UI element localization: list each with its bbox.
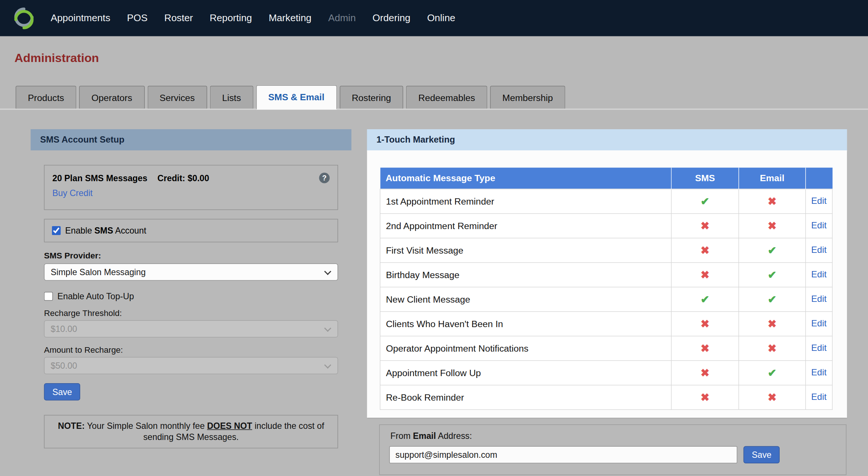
table-row: Re-Book Reminder Edit	[380, 385, 832, 410]
table-row: 2nd Appointment Reminder Edit	[380, 213, 832, 238]
email-status-icon	[768, 270, 777, 280]
marketing-table: Automatic Message Type SMS Email 1st App…	[380, 168, 833, 410]
message-type-label: Re-Book Reminder	[380, 385, 672, 410]
admin-tabbar: Products Operators Services Lists SMS & …	[0, 85, 868, 110]
chevron-down-icon	[324, 362, 331, 369]
message-type-label: 1st Appointment Reminder	[380, 189, 672, 213]
sms-status-icon	[701, 221, 709, 231]
sms-status-icon	[701, 246, 709, 255]
nav-pos[interactable]: POS	[127, 12, 147, 24]
email-status-icon	[768, 319, 777, 329]
email-status-icon	[768, 197, 777, 206]
edit-link[interactable]: Edit	[811, 196, 826, 206]
col-header-email: Email	[739, 168, 806, 189]
from-email-input[interactable]	[389, 446, 738, 464]
tab-operators[interactable]: Operators	[79, 86, 144, 109]
sms-setup-save-button[interactable]: Save	[44, 383, 81, 401]
recharge-threshold-label: Recharge Threshold:	[44, 308, 338, 318]
nav-marketing[interactable]: Marketing	[269, 12, 311, 24]
recharge-threshold-value: $10.00	[51, 324, 77, 334]
nav-ordering[interactable]: Ordering	[372, 12, 410, 24]
sms-status-icon	[701, 295, 709, 304]
page-title: Administration	[14, 51, 99, 65]
col-header-message-type: Automatic Message Type	[380, 168, 672, 189]
sms-note-box: NOTE: Your Simple Salon monthly fee DOES…	[44, 415, 338, 449]
credit-box: 20 Plan SMS Messages Credit: $0.00 ? Buy…	[44, 165, 338, 210]
sms-status-icon	[701, 344, 709, 353]
tab-redeemables[interactable]: Redeemables	[406, 86, 487, 109]
sms-account-setup-body: 20 Plan SMS Messages Credit: $0.00 ? Buy…	[31, 165, 338, 449]
sms-status-icon	[701, 368, 709, 378]
enable-sms-box: Enable SMS Account	[44, 219, 338, 242]
edit-link[interactable]: Edit	[811, 294, 826, 304]
table-row: 1st Appointment Reminder Edit	[380, 189, 832, 213]
sms-provider-label: SMS Provider:	[44, 251, 338, 260]
help-icon[interactable]: ?	[319, 173, 330, 183]
main-nav: Appointments POS Roster Reporting Market…	[51, 12, 456, 24]
edit-link[interactable]: Edit	[811, 245, 826, 255]
message-type-label: 2nd Appointment Reminder	[380, 213, 672, 238]
table-row: Birthday Message Edit	[380, 263, 832, 287]
table-row: New Client Message Edit	[380, 287, 832, 312]
tab-services[interactable]: Services	[147, 86, 207, 109]
auto-topup-label: Enable Auto Top-Up	[58, 291, 134, 301]
nav-roster[interactable]: Roster	[164, 12, 193, 24]
table-row: Appointment Follow Up Edit	[380, 361, 832, 385]
sms-status-icon	[701, 270, 709, 280]
from-email-box: From Email Address: Save	[379, 424, 847, 475]
from-email-save-button[interactable]: Save	[744, 446, 780, 464]
credit-amount-label: Credit: $0.00	[157, 173, 209, 183]
edit-link[interactable]: Edit	[811, 319, 826, 328]
edit-link[interactable]: Edit	[811, 392, 826, 402]
amount-to-recharge-value: $50.00	[51, 361, 77, 371]
message-type-label: Operator Appointment Notifications	[380, 336, 672, 361]
sms-provider-value: Simple Salon Messaging	[51, 267, 146, 277]
message-type-label: New Client Message	[380, 287, 672, 312]
chevron-down-icon	[324, 325, 331, 332]
sms-account-setup-panel: SMS Account Setup 20 Plan SMS Messages C…	[31, 129, 352, 449]
col-header-actions	[806, 168, 832, 189]
table-row: Operator Appointment Notifications Edit	[380, 336, 832, 361]
nav-admin[interactable]: Admin	[328, 12, 356, 24]
table-header-row: Automatic Message Type SMS Email	[380, 168, 832, 189]
message-type-label: Appointment Follow Up	[380, 361, 672, 385]
one-touch-marketing-panel: 1-Touch Marketing Automatic Message Type…	[367, 129, 847, 475]
admin-page: Appointments POS Roster Reporting Market…	[0, 0, 868, 476]
edit-link[interactable]: Edit	[811, 368, 826, 377]
email-status-icon	[768, 221, 777, 231]
email-status-icon	[768, 393, 777, 402]
sms-account-setup-header: SMS Account Setup	[31, 129, 352, 150]
message-type-label: First Visit Message	[380, 238, 672, 263]
edit-link[interactable]: Edit	[811, 221, 826, 230]
amount-to-recharge-select: $50.00	[44, 357, 338, 375]
tab-lists[interactable]: Lists	[210, 86, 253, 109]
recharge-threshold-select: $10.00	[44, 320, 338, 338]
edit-link[interactable]: Edit	[811, 343, 826, 353]
message-type-label: Birthday Message	[380, 263, 672, 287]
email-status-icon	[768, 368, 777, 378]
sms-provider-select[interactable]: Simple Salon Messaging	[44, 264, 338, 281]
col-header-sms: SMS	[671, 168, 739, 189]
simple-salon-logo-icon[interactable]	[12, 6, 36, 30]
auto-topup-row: Enable Auto Top-Up	[44, 291, 338, 301]
enable-sms-checkbox[interactable]	[52, 226, 61, 235]
edit-link[interactable]: Edit	[811, 270, 826, 279]
tab-sms-email[interactable]: SMS & Email	[256, 85, 337, 110]
sms-status-icon	[701, 197, 709, 206]
email-status-icon	[768, 246, 777, 255]
email-status-icon	[768, 344, 777, 353]
nav-reporting[interactable]: Reporting	[210, 12, 252, 24]
marketing-card: Automatic Message Type SMS Email 1st App…	[367, 150, 847, 418]
auto-topup-checkbox[interactable]	[44, 292, 53, 301]
tab-rostering[interactable]: Rostering	[339, 86, 403, 109]
nav-online[interactable]: Online	[427, 12, 455, 24]
table-row: Clients Who Haven't Been In Edit	[380, 312, 832, 336]
nav-appointments[interactable]: Appointments	[51, 12, 111, 24]
one-touch-marketing-header: 1-Touch Marketing	[367, 129, 847, 150]
from-email-label: From Email Address:	[391, 431, 846, 441]
sms-status-icon	[701, 393, 709, 402]
tab-products[interactable]: Products	[16, 86, 76, 109]
sms-status-icon	[701, 319, 709, 329]
buy-credit-link[interactable]: Buy Credit	[52, 188, 93, 198]
tab-membership[interactable]: Membership	[490, 86, 565, 109]
